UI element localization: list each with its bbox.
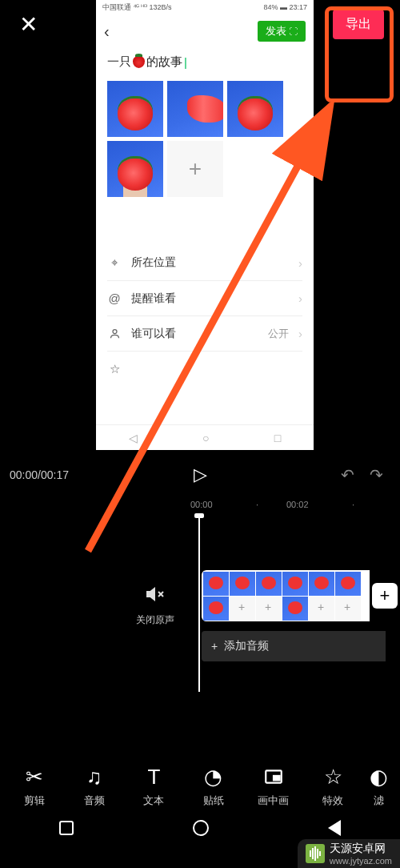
clip-frame — [203, 572, 229, 596]
nav-recent-icon[interactable]: □ — [274, 432, 281, 444]
clip-frame — [230, 572, 255, 596]
clip-frame — [282, 597, 308, 621]
tool-label: 剪辑 — [24, 794, 45, 808]
inner-back-button[interactable]: ‹ — [104, 22, 110, 41]
option-favorite[interactable]: ☆ — [107, 351, 302, 386]
speaker-mute-icon — [146, 585, 165, 609]
option-mention[interactable]: @ 提醒谁看 › — [107, 280, 302, 315]
status-right: 84% ▬ 23:17 — [263, 3, 307, 11]
post-title-input[interactable]: 一只 的故事| — [96, 48, 314, 81]
title-text-post: 的故事 — [146, 54, 182, 70]
grid-thumb-2[interactable] — [167, 81, 223, 137]
clip-frame — [335, 572, 361, 596]
option-label: 提醒谁看 — [131, 291, 289, 306]
option-visibility[interactable]: 谁可以看 公开 › — [107, 315, 302, 351]
redo-button[interactable]: ↷ — [362, 465, 390, 484]
location-icon: ⌖ — [107, 255, 122, 270]
chevron-right-icon: › — [298, 256, 302, 270]
clip-frame — [256, 597, 282, 621]
tool-label: 滤 — [374, 794, 384, 808]
sticker-icon: ◔ — [204, 765, 222, 789]
inner-header: ‹ 发表 ⛶ — [96, 14, 314, 48]
svg-rect-5 — [274, 776, 280, 780]
playhead[interactable] — [198, 516, 200, 692]
filter-icon: ◐ — [370, 765, 388, 789]
expand-icon: ⛶ — [289, 26, 298, 36]
player-bar: 00:00/00:17 ▷ ↶ ↷ — [0, 458, 400, 492]
option-label: 谁可以看 — [131, 327, 258, 341]
tool-text[interactable]: T 文本 — [128, 765, 179, 808]
tool-label: 特效 — [322, 794, 343, 808]
tool-audio[interactable]: ♫ 音频 — [69, 765, 120, 808]
text-cursor: | — [184, 55, 187, 69]
option-location[interactable]: ⌖ 所在位置 › — [107, 245, 302, 280]
option-label: 所在位置 — [131, 255, 289, 270]
tool-label: 画中画 — [258, 794, 289, 808]
publish-label: 发表 — [266, 24, 286, 38]
image-grid: + — [96, 81, 314, 213]
chevron-right-icon: › — [298, 291, 302, 305]
clip-frame — [309, 572, 334, 596]
mute-label: 关闭原声 — [136, 613, 174, 627]
close-button[interactable]: ✕ — [19, 11, 38, 38]
tool-filter[interactable]: ◐ 滤 — [367, 765, 391, 808]
ruler-mark-0: 00:00 — [190, 500, 213, 509]
option-value: 公开 — [268, 327, 289, 341]
timeline[interactable]: 关闭原声 打造运营 打造运营 打造运营 + + 添加音频 — [0, 553, 400, 689]
tool-fx[interactable]: ☆ 特效 — [307, 765, 358, 808]
svg-point-1 — [113, 330, 117, 334]
music-note-icon: ♫ — [86, 765, 102, 789]
inner-nav-bar: ◁ ○ □ — [96, 424, 314, 450]
clip-frame — [335, 597, 361, 621]
plus-icon: + — [211, 640, 218, 653]
tool-sticker[interactable]: ◔ 贴纸 — [188, 765, 239, 808]
ruler-tick: · — [352, 500, 354, 509]
tool-label: 贴纸 — [203, 794, 224, 808]
title-text-pre: 一只 — [107, 54, 131, 70]
watermark-url: www.jytyaz.com — [330, 856, 392, 866]
pip-icon — [263, 765, 284, 789]
grid-add-button[interactable]: + — [167, 141, 223, 197]
undo-button[interactable]: ↶ — [333, 465, 362, 484]
timeline-ruler: 00:00 · 00:02 · — [0, 496, 400, 512]
scissors-icon: ✂ — [26, 765, 43, 789]
mute-original-audio[interactable]: 关闭原声 — [136, 585, 174, 627]
add-clip-button[interactable]: + — [372, 583, 398, 609]
strawberry-emoji — [133, 56, 145, 68]
add-audio-track[interactable]: + 添加音频 — [202, 631, 386, 661]
mention-icon: @ — [107, 291, 122, 305]
watermark-logo — [306, 844, 325, 863]
nav-recent-button[interactable] — [59, 821, 74, 835]
video-clip[interactable]: 打造运营 打造运营 打造运营 — [202, 570, 370, 621]
tool-cut[interactable]: ✂ 剪辑 — [9, 765, 60, 808]
chevron-right-icon: › — [298, 327, 302, 340]
status-left: 中国联通 ⁴ᴳ ᴴᴰ 132B/s — [102, 2, 172, 13]
grid-thumb-3[interactable] — [227, 81, 283, 137]
nav-home-icon[interactable]: ○ — [202, 432, 209, 444]
clip-frame — [309, 597, 334, 621]
export-button[interactable]: 导出 — [333, 10, 384, 39]
person-icon — [107, 328, 122, 340]
clip-frame — [256, 572, 282, 596]
publish-button[interactable]: 发表 ⛶ — [258, 21, 306, 42]
playback-time: 00:00/00:17 — [10, 468, 69, 481]
add-audio-label: 添加音频 — [224, 639, 269, 653]
tool-label: 音频 — [84, 794, 105, 808]
play-button[interactable]: ▷ — [69, 464, 333, 485]
grid-thumb-1[interactable] — [107, 81, 163, 137]
star-icon: ☆ — [107, 362, 122, 376]
bottom-toolbar: ✂ 剪辑 ♫ 音频 T 文本 ◔ 贴纸 画中画 ☆ 特效 ◐ 滤 — [0, 756, 400, 817]
nav-back-button[interactable] — [328, 820, 341, 836]
nav-back-icon[interactable]: ◁ — [129, 432, 138, 444]
grid-thumb-4[interactable] — [107, 141, 163, 197]
watermark: 天源安卓网 www.jytyaz.com — [298, 839, 400, 868]
tool-pip[interactable]: 画中画 — [248, 765, 299, 808]
text-icon: T — [147, 765, 160, 789]
clip-frame — [230, 597, 255, 621]
watermark-name: 天源安卓网 — [330, 842, 392, 856]
post-options: ⌖ 所在位置 › @ 提醒谁看 › 谁可以看 公开 › ☆ — [96, 245, 314, 386]
inner-phone-preview: 中国联通 ⁴ᴳ ᴴᴰ 132B/s 84% ▬ 23:17 ‹ 发表 ⛶ 一只 … — [96, 0, 314, 450]
nav-home-button[interactable] — [193, 820, 209, 836]
star-icon: ☆ — [324, 765, 342, 789]
inner-status-bar: 中国联通 ⁴ᴳ ᴴᴰ 132B/s 84% ▬ 23:17 — [96, 0, 314, 14]
